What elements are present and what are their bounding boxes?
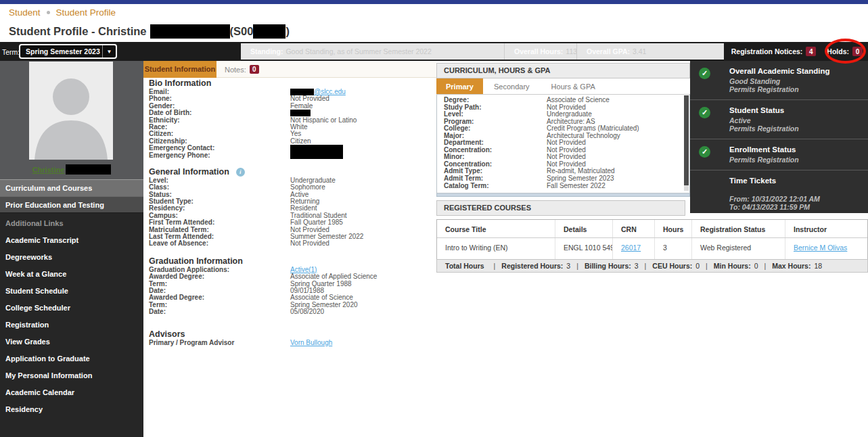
sidebar-nav-item[interactable]: Curriculum and Courses	[0, 179, 143, 196]
totals-label: Min Hours:	[714, 262, 751, 270]
breadcrumb: Student Student Profile	[0, 4, 868, 21]
totals-label: Registered Hours:	[501, 262, 563, 270]
term-label: Term:	[2, 48, 20, 56]
tab-notes[interactable]: Notes: 0	[225, 61, 259, 78]
sidebar-nav-item-label: My Personal Information	[5, 371, 92, 380]
col-registration-status: Registration Status	[692, 220, 785, 237]
info-row-label: Primary / Program Advisor	[149, 340, 290, 346]
curriculum-tab-label: Hours & GPA	[551, 83, 595, 91]
sidebar-nav-item-label: Academic Transcript	[5, 236, 78, 244]
sidebar-nav-item[interactable]: Prior Education and Testing	[0, 196, 143, 213]
sidebar-nav-item[interactable]: My Personal Information	[0, 367, 143, 384]
sidebar-nav-item-label: Registration	[5, 321, 49, 329]
info-row-value: CitizenCitizen	[290, 138, 311, 145]
info-row-label: Emergency Phone:	[149, 152, 290, 159]
crn-link[interactable]: 26017	[621, 244, 641, 252]
term-bar: Term: Spring Semester 2023 ▼ Standing: G…	[0, 42, 868, 61]
curriculum-tab[interactable]: Hours & GPA	[541, 78, 606, 94]
course-status-cell: Web Registered	[692, 238, 785, 259]
sidebar-nav-item[interactable]: Additional Links	[0, 213, 143, 232]
sidebar-nav-item-label: Week at a Glance	[5, 270, 66, 278]
sidebar-nav-item[interactable]: Academic Transcript	[0, 232, 143, 249]
standing-segment: Standing: Good Standing, as of Summer Se…	[241, 43, 504, 60]
info-row-label: Date of Birth:	[149, 110, 290, 116]
instructor-link[interactable]: Bernice M Olivas	[794, 244, 847, 252]
sidebar-nav-item[interactable]: Week at a Glance	[0, 266, 143, 283]
course-title-cell: Intro to Writing (EN)	[437, 238, 555, 259]
advisors-heading: Advisors	[149, 330, 436, 339]
holds[interactable]: Holds: 0	[827, 47, 863, 56]
col-instructor: Instructor	[785, 220, 867, 237]
info-row-value: 05/08/202005/08/2020	[290, 308, 324, 315]
course-instructor-cell: Bernice M Olivas	[785, 238, 867, 259]
info-row-value: Not ProvidedNot Provided	[290, 240, 329, 247]
page-title-text: Student Profile - Christine	[9, 25, 147, 38]
value-link[interactable]: Active(1)	[290, 266, 317, 273]
breadcrumb-student-profile[interactable]: Student Profile	[56, 7, 116, 18]
info-row: Catalog Term: Fall Semester 2022Fall Sem…	[437, 183, 689, 190]
sidebar-nav-item[interactable]: Degreeworks	[0, 249, 143, 266]
info-row-value: FemaleFemale	[290, 103, 313, 110]
curriculum-tab[interactable]: Primary	[436, 78, 483, 94]
info-row-label: Term:	[149, 281, 290, 288]
overall-hours-label: Overall Hours:	[514, 47, 563, 55]
notes-badge: 0	[250, 65, 259, 74]
info-row: Date: 05/08/202005/08/2020	[149, 308, 436, 315]
status-line-1: Permits Registration	[729, 156, 863, 164]
notice-area: Registration Notices: 4 Holds: 0	[731, 42, 863, 61]
registered-courses-header: REGISTERED COURSES	[436, 200, 685, 216]
info-row-value: Fall Semester 2022Fall Semester 2022	[547, 183, 606, 190]
overall-hours-segment: Overall Hours: 113.69	[504, 43, 576, 60]
scrollbar-thumb[interactable]	[684, 95, 689, 185]
status-section-title: Time Tickets	[729, 177, 863, 185]
totals-label: Max Hours:	[772, 262, 810, 270]
registration-notices[interactable]: Registration Notices: 4	[731, 47, 817, 56]
check-icon: ✓	[699, 68, 710, 79]
sidebar-nav-item[interactable]: Academic Calendar	[0, 384, 143, 401]
student-id-open: (S00	[230, 25, 254, 38]
value-link[interactable]: @slcc.edu	[314, 88, 346, 95]
student-photo-section: Christine	[0, 61, 143, 179]
sidebar-nav-item[interactable]: View Grades	[0, 334, 143, 350]
curriculum-tabs: Primary Secondary Hours & GPA	[436, 78, 690, 95]
info-row-label: Admit Term:	[437, 175, 547, 183]
registered-courses-table: Course Title Details CRN Hours Registrat…	[436, 219, 868, 260]
totals-segment: Max Hours:18	[758, 262, 823, 270]
info-row-label: Term:	[149, 302, 290, 308]
sidebar-nav-item[interactable]: Application to Graduate	[0, 350, 143, 367]
info-row-label: Catalog Term:	[437, 183, 547, 190]
student-info-column: Bio Information Email: @slcc.edu@slcc.ed…	[149, 79, 436, 346]
curriculum-details: Degree: Associate of ScienceAssociate of…	[436, 95, 690, 193]
curriculum-rows: Degree: Associate of ScienceAssociate of…	[437, 97, 689, 189]
info-row-label: Awarded Degree:	[149, 273, 290, 280]
curriculum-tab-label: Primary	[446, 83, 474, 91]
sidebar-nav-item-label: Additional Links	[5, 219, 64, 227]
horizontal-scrollbar[interactable]	[436, 193, 690, 197]
term-select[interactable]: Spring Semester 2023 ▼	[19, 44, 117, 59]
bio-information-heading: Bio Information	[149, 79, 436, 88]
status-section-title: Enrollment Status	[729, 145, 863, 154]
breadcrumb-student[interactable]: Student	[9, 7, 41, 18]
course-details-cell: ENGL 1010 549	[555, 238, 613, 259]
totals-segment: Total Hours	[445, 262, 488, 270]
status-line-1: Good Standing	[729, 77, 863, 85]
course-row: Intro to Writing (EN) ENGL 1010 549 2601…	[437, 238, 867, 259]
info-icon[interactable]: i	[236, 168, 245, 177]
breadcrumb-separator-icon	[47, 11, 50, 14]
sidebar-nav-item[interactable]: Student Schedule	[0, 283, 143, 300]
sidebar-nav-item[interactable]: Registration	[0, 317, 143, 334]
student-name-row: Christine	[0, 163, 143, 175]
sidebar-nav-item[interactable]: Residency	[0, 401, 143, 418]
redacted-name	[66, 164, 111, 175]
sidebar-nav-item[interactable]: College Scheduler	[0, 300, 143, 317]
curriculum-tab[interactable]: Secondary	[483, 78, 541, 94]
advisor-link[interactable]: Vorn Bullough	[290, 339, 332, 346]
graduation-information-heading: Graduation Information	[149, 257, 436, 266]
student-name-link[interactable]: Christine	[32, 166, 65, 174]
tab-student-information[interactable]: Student Information	[143, 61, 216, 78]
term-select-value: Spring Semester 2023	[20, 47, 102, 55]
info-row: Leave of Absence: Not ProvidedNot Provid…	[149, 240, 436, 247]
chevron-down-icon[interactable]: ▼	[102, 45, 116, 58]
general-information-heading: General Information i	[149, 168, 436, 177]
status-line-2: Permits Registration	[729, 85, 863, 93]
